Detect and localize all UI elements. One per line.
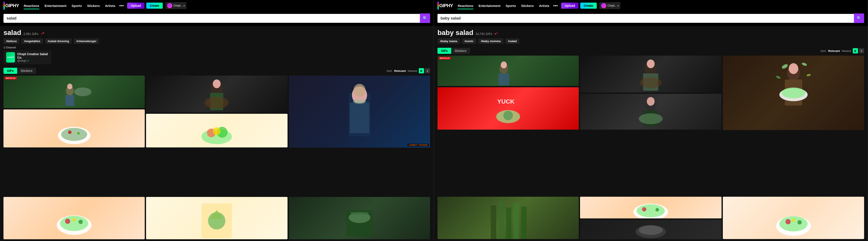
channel-name-left: Chopt Creative Salad Co. xyxy=(17,52,49,59)
gif-item[interactable] xyxy=(580,220,721,239)
giphy-logo-left[interactable]: GIPHY xyxy=(3,2,19,9)
nav-artists-right[interactable]: Artists xyxy=(537,3,552,8)
svg-point-42 xyxy=(640,77,662,88)
create-button-left[interactable]: Create xyxy=(146,3,163,9)
tab-gifs-left[interactable]: GIFs xyxy=(3,68,17,74)
tab-stickers-right[interactable]: Stickers xyxy=(451,48,470,54)
svg-point-70 xyxy=(797,220,802,224)
sort-section-right: Sort: Relevant Newest ▶ ⏸ xyxy=(820,48,864,53)
hashtag-baby-mama[interactable]: #baby mama xyxy=(437,38,460,44)
hashtag-salad-dressing[interactable]: #salad dressing xyxy=(45,38,72,44)
channel-handle-left: @chopt ✔ xyxy=(17,59,49,62)
nav-stickers-left[interactable]: Stickers xyxy=(85,3,102,8)
results-header-right: baby salad 24,791 GIFs ↙ xyxy=(434,26,868,38)
svg-point-66 xyxy=(639,225,663,235)
nav-reactions-left[interactable]: Reactions xyxy=(22,3,41,8)
channel-thumb-left: CHOPT xyxy=(6,52,15,63)
search-icon-left: 🔍 xyxy=(423,16,428,21)
gif-grid-left: NETFLIX xyxy=(0,76,434,197)
hashtag-sonic[interactable]: #sonic xyxy=(462,38,476,44)
giphy-logo-right[interactable]: GIPHY xyxy=(437,2,453,9)
play-button-right[interactable]: ▶ xyxy=(853,48,858,53)
gif-item[interactable] xyxy=(3,110,145,147)
nav-entertainment-right[interactable]: Entertainment xyxy=(476,3,503,8)
gif-col-3-left: COMEDY✓TRAINED xyxy=(289,76,430,197)
play-button-left[interactable]: ▶ xyxy=(419,68,424,73)
svg-point-33 xyxy=(501,61,507,68)
gif-item[interactable] xyxy=(146,197,287,239)
sort-newest-left[interactable]: Newest xyxy=(408,69,417,72)
gif-item[interactable]: NETFLIX xyxy=(437,56,579,86)
hashtag-baby-momma[interactable]: #baby momma xyxy=(478,38,503,44)
netflix-badge: NETFLIX xyxy=(5,77,17,80)
left-panel: GIPHY Reactions Entertainment Sports Sti… xyxy=(0,0,434,241)
upload-button-right[interactable]: Upload xyxy=(561,3,578,9)
nav-sports-right[interactable]: Sports xyxy=(503,3,518,8)
hashtags-left: #lettuce #vegetables #salad dressing #ch… xyxy=(0,38,434,46)
nav-artists-left[interactable]: Artists xyxy=(103,3,118,8)
search-input-right[interactable] xyxy=(437,14,854,23)
svg-point-64 xyxy=(656,208,659,211)
gif-item[interactable]: COMEDY✓TRAINED xyxy=(289,76,430,148)
svg-rect-60 xyxy=(521,207,527,239)
svg-point-52 xyxy=(781,63,788,70)
sort-label-left: Sort: xyxy=(386,69,392,72)
nav-more-right[interactable]: ••• xyxy=(552,3,559,8)
gif-item[interactable] xyxy=(580,197,721,218)
sort-label-right: Sort: xyxy=(820,49,826,53)
comedy-badge-left: COMEDY✓TRAINED xyxy=(407,144,429,146)
hashtag-vegetables[interactable]: #vegetables xyxy=(22,38,43,44)
svg-point-15 xyxy=(213,127,221,135)
gif-item[interactable]: NETFLIX xyxy=(3,76,145,108)
user-avatar-right xyxy=(601,3,606,8)
nav-reactions-right[interactable]: Reactions xyxy=(456,3,475,8)
netflix-badge-right: NETFLIX xyxy=(439,57,451,59)
gif-item[interactable] xyxy=(146,114,287,147)
sort-relevant-right[interactable]: Relevant xyxy=(828,49,840,53)
svg-point-24 xyxy=(79,220,83,224)
gif-col-3-right xyxy=(723,56,864,197)
tab-stickers-left[interactable]: Stickers xyxy=(17,68,36,74)
upload-button-left[interactable]: Upload xyxy=(127,3,144,9)
hashtag-salad-right[interactable]: #salad xyxy=(505,38,519,44)
user-badge-left[interactable]: Chopt... ▾ xyxy=(165,2,186,9)
svg-rect-58 xyxy=(506,208,512,239)
search-button-left[interactable]: 🔍 xyxy=(420,13,430,23)
pause-button-right[interactable]: ⏸ xyxy=(859,48,864,53)
gif-item[interactable]: YUCK xyxy=(437,87,579,130)
results-title-left: salad xyxy=(3,29,21,37)
create-button-right[interactable]: Create xyxy=(580,3,597,9)
gif-item[interactable] xyxy=(580,56,721,92)
svg-point-25 xyxy=(72,218,76,221)
search-input-left[interactable] xyxy=(3,14,420,23)
gif-col-2-left xyxy=(146,76,287,197)
hashtag-lettuce[interactable]: #lettuce xyxy=(3,38,19,44)
right-panel: GIPHY Reactions Entertainment Sports Sti… xyxy=(434,0,868,241)
nav-sports-left[interactable]: Sports xyxy=(69,3,84,8)
svg-point-44 xyxy=(647,97,655,106)
search-button-right[interactable]: 🔍 xyxy=(854,13,864,23)
pause-button-left[interactable]: ⏸ xyxy=(425,68,430,73)
gif-item[interactable] xyxy=(723,197,864,239)
sort-newest-right[interactable]: Newest xyxy=(842,49,851,53)
gif-grid-right: NETFLIX YUCK xyxy=(434,56,868,197)
nav-entertainment-left[interactable]: Entertainment xyxy=(42,3,69,8)
sort-relevant-left[interactable]: Relevant xyxy=(394,69,406,72)
gif-item[interactable] xyxy=(437,197,579,239)
gif-item[interactable] xyxy=(146,76,287,113)
hashtag-cheeseburger[interactable]: #cheeseburger xyxy=(74,38,99,44)
play-controls-right: ▶ ⏸ xyxy=(853,48,864,53)
gif-item[interactable] xyxy=(723,56,864,130)
nav-stickers-right[interactable]: Stickers xyxy=(519,3,536,8)
gif-item[interactable] xyxy=(3,197,145,239)
svg-point-63 xyxy=(642,207,646,211)
channel-card-left[interactable]: CHOPT Chopt Creative Salad Co. @chopt ✔ xyxy=(3,50,51,64)
tab-gifs-right[interactable]: GIFs xyxy=(437,48,451,54)
svg-point-11 xyxy=(205,97,229,109)
gif-item[interactable] xyxy=(289,197,430,239)
svg-point-69 xyxy=(785,219,790,224)
nav-more-left[interactable]: ••• xyxy=(118,3,125,8)
search-icon-right: 🔍 xyxy=(857,16,862,21)
user-badge-right[interactable]: Chopt... ▾ xyxy=(599,2,620,9)
gif-item[interactable] xyxy=(580,94,721,130)
